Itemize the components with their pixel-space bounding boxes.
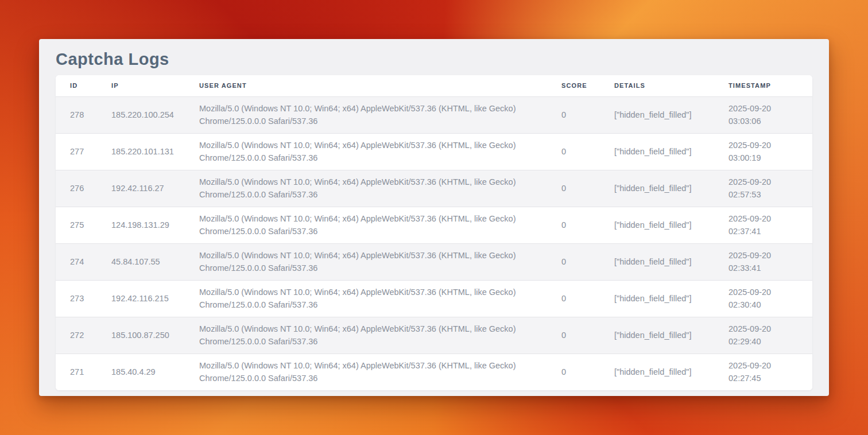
table-row: 272 185.100.87.250 Mozilla/5.0 (Windows …: [56, 317, 812, 354]
table-row: 278 185.220.100.254 Mozilla/5.0 (Windows…: [56, 96, 812, 133]
column-header: DETAILS: [614, 75, 728, 96]
cell-details: ["hidden_field_filled"]: [614, 280, 728, 317]
cell-score: 0: [561, 243, 614, 280]
table-row: 275 124.198.131.29 Mozilla/5.0 (Windows …: [56, 207, 812, 243]
cell-ip: 185.40.4.29: [111, 354, 199, 390]
page-title: Captcha Logs: [56, 39, 812, 70]
cell-ip: 192.42.116.27: [111, 170, 199, 207]
cell-user-agent: Mozilla/5.0 (Windows NT 10.0; Win64; x64…: [199, 243, 561, 280]
cell-timestamp: 2025-09-20 02:33:41: [728, 243, 812, 280]
cell-user-agent: Mozilla/5.0 (Windows NT 10.0; Win64; x64…: [199, 317, 561, 354]
cell-details: ["hidden_field_filled"]: [614, 96, 728, 133]
cell-score: 0: [561, 170, 614, 207]
table-row: 271 185.40.4.29 Mozilla/5.0 (Windows NT …: [56, 354, 812, 390]
cell-id: 272: [56, 317, 111, 354]
cell-ip: 185.220.100.254: [111, 96, 199, 133]
column-header: IP: [111, 75, 199, 96]
cell-ip: 185.220.101.131: [111, 133, 199, 170]
cell-timestamp: 2025-09-20 03:03:06: [728, 96, 812, 133]
column-header: TIMESTAMP: [728, 75, 812, 96]
table-row: 277 185.220.101.131 Mozilla/5.0 (Windows…: [56, 133, 812, 170]
cell-id: 278: [56, 96, 111, 133]
cell-user-agent: Mozilla/5.0 (Windows NT 10.0; Win64; x64…: [199, 354, 561, 390]
cell-score: 0: [561, 317, 614, 354]
cell-score: 0: [561, 133, 614, 170]
cell-id: 274: [56, 243, 111, 280]
cell-score: 0: [561, 207, 614, 243]
table-row: 273 192.42.116.215 Mozilla/5.0 (Windows …: [56, 280, 812, 317]
table-body: 278 185.220.100.254 Mozilla/5.0 (Windows…: [56, 96, 812, 390]
cell-user-agent: Mozilla/5.0 (Windows NT 10.0; Win64; x64…: [199, 207, 561, 243]
cell-timestamp: 2025-09-20 02:37:41: [728, 207, 812, 243]
cell-user-agent: Mozilla/5.0 (Windows NT 10.0; Win64; x64…: [199, 133, 561, 170]
cell-score: 0: [561, 280, 614, 317]
cell-id: 277: [56, 133, 111, 170]
cell-id: 276: [56, 170, 111, 207]
column-header: SCORE: [561, 75, 614, 96]
table-row: 276 192.42.116.27 Mozilla/5.0 (Windows N…: [56, 170, 812, 207]
cell-score: 0: [561, 96, 614, 133]
table-row: 274 45.84.107.55 Mozilla/5.0 (Windows NT…: [56, 243, 812, 280]
logs-table-container: IDIPUSER AGENTSCOREDETAILSTIMESTAMP 278 …: [56, 75, 812, 390]
cell-id: 271: [56, 354, 111, 390]
cell-id: 273: [56, 280, 111, 317]
cell-timestamp: 2025-09-20 02:29:40: [728, 317, 812, 354]
cell-timestamp: 2025-09-20 03:00:19: [728, 133, 812, 170]
cell-details: ["hidden_field_filled"]: [614, 317, 728, 354]
cell-details: ["hidden_field_filled"]: [614, 207, 728, 243]
cell-score: 0: [561, 354, 614, 390]
table-header-row: IDIPUSER AGENTSCOREDETAILSTIMESTAMP: [56, 75, 812, 96]
cell-user-agent: Mozilla/5.0 (Windows NT 10.0; Win64; x64…: [199, 170, 561, 207]
cell-details: ["hidden_field_filled"]: [614, 133, 728, 170]
column-header: ID: [56, 75, 111, 96]
cell-ip: 124.198.131.29: [111, 207, 199, 243]
cell-timestamp: 2025-09-20 02:57:53: [728, 170, 812, 207]
cell-details: ["hidden_field_filled"]: [614, 354, 728, 390]
cell-ip: 192.42.116.215: [111, 280, 199, 317]
column-header: USER AGENT: [199, 75, 561, 96]
cell-timestamp: 2025-09-20 02:30:40: [728, 280, 812, 317]
cell-ip: 185.100.87.250: [111, 317, 199, 354]
captcha-logs-card[interactable]: Captcha Logs IDIPUSER AGENTSCOREDETAILST…: [39, 39, 829, 396]
captcha-logs-table: IDIPUSER AGENTSCOREDETAILSTIMESTAMP 278 …: [56, 75, 812, 390]
cell-id: 275: [56, 207, 111, 243]
cell-timestamp: 2025-09-20 02:27:45: [728, 354, 812, 390]
cell-ip: 45.84.107.55: [111, 243, 199, 280]
cell-user-agent: Mozilla/5.0 (Windows NT 10.0; Win64; x64…: [199, 96, 561, 133]
table-header: IDIPUSER AGENTSCOREDETAILSTIMESTAMP: [56, 75, 812, 96]
cell-details: ["hidden_field_filled"]: [614, 170, 728, 207]
cell-details: ["hidden_field_filled"]: [614, 243, 728, 280]
cell-user-agent: Mozilla/5.0 (Windows NT 10.0; Win64; x64…: [199, 280, 561, 317]
